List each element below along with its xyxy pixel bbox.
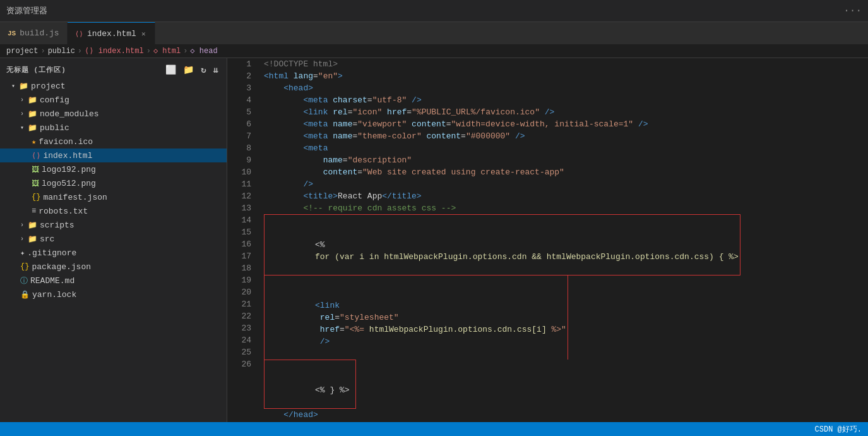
tree-label: index.html	[43, 151, 92, 160]
tree-item-scripts[interactable]: › 📁 scripts	[0, 218, 227, 232]
tree-item-logo192[interactable]: 🖼 logo192.png	[0, 162, 227, 176]
tree-item-public[interactable]: ▾ 📁 public	[0, 121, 227, 135]
code-line: <body>	[264, 421, 868, 422]
tree-item-gitignore[interactable]: ✦ .gitignore	[0, 246, 227, 260]
code-line: <head>	[264, 82, 868, 94]
title-bar-text: 资源管理器	[6, 5, 47, 16]
code-line-error-15: <link rel="stylesheet" href="<%= htmlWeb…	[264, 276, 868, 360]
tree-label: manifest.json	[43, 193, 107, 202]
tree-item-logo512[interactable]: 🖼 logo512.png	[0, 176, 227, 190]
new-file-icon[interactable]: ⬜	[164, 63, 178, 76]
folder-icon: 📁	[28, 221, 37, 230]
folder-icon: 📁	[28, 123, 37, 133]
tree-item-node-modules[interactable]: › 📁 node_modules	[0, 107, 227, 121]
txt-icon: ≡	[32, 207, 36, 215]
sidebar-header-icons: ⬜ 📁 ↻ ⇊	[164, 63, 220, 76]
breadcrumb-html: ◇ html	[153, 46, 181, 56]
code-line: name="description"	[264, 154, 868, 166]
html-file-icon: ⟨⟩	[32, 151, 40, 160]
star-icon: ★	[32, 137, 36, 147]
line-numbers: 12345 678910 1112131415 1617181920 21222…	[227, 58, 259, 422]
arrow-right-icon: ›	[20, 97, 24, 104]
arrow-right-icon: ›	[20, 111, 24, 118]
code-content: <!DOCTYPE html> <html lang="en" > <head>…	[259, 58, 868, 422]
code-line: <meta charset="utf-8" />	[264, 94, 868, 106]
tree-label: public	[40, 123, 69, 133]
arrow-down-icon: ▾	[11, 82, 15, 90]
tree-label: src	[40, 234, 54, 244]
code-line: />	[264, 178, 868, 190]
tree-item-favicon[interactable]: ★ favicon.ico	[0, 135, 227, 148]
title-bar-menu[interactable]: ···	[843, 5, 862, 16]
breadcrumb-public: public	[48, 47, 75, 56]
breadcrumb-index-html: ⟨⟩ index.html	[85, 46, 144, 56]
tree-label: project	[31, 82, 66, 91]
git-icon: ✦	[20, 248, 25, 258]
md-icon: ⓘ	[20, 276, 28, 286]
folder-icon: 📁	[28, 95, 37, 105]
folder-icon: 📁	[28, 109, 37, 119]
editor[interactable]: 12345 678910 1112131415 1617181920 21222…	[227, 58, 868, 422]
code-line: content="Web site created using create-r…	[264, 166, 868, 178]
arrow-right-icon: ›	[20, 222, 24, 229]
refresh-icon[interactable]: ↻	[199, 63, 208, 76]
code-line: <!DOCTYPE html>	[264, 58, 868, 70]
tree-label: logo512.png	[42, 179, 96, 188]
tree-label: favicon.ico	[39, 137, 93, 147]
arrow-down-icon: ▾	[20, 124, 24, 131]
lock-icon: 🔒	[20, 290, 30, 300]
html-icon: ⟨⟩	[75, 30, 83, 38]
status-bar: CSDN @好巧.	[0, 422, 868, 436]
main-area: 无标题 (工作区) ⬜ 📁 ↻ ⇊ ▾ 📁 project › 📁 config…	[0, 58, 868, 422]
code-line: <link rel="icon" href="%PUBLIC_URL%/favi…	[264, 106, 868, 118]
tree-label: robots.txt	[39, 207, 88, 216]
tab-close-button[interactable]: ✕	[140, 29, 147, 39]
tree-label: .gitignore	[27, 248, 76, 258]
tree-label: package.json	[32, 262, 91, 272]
tab-label-build-js: build.js	[20, 28, 59, 38]
tree-item-config[interactable]: › 📁 config	[0, 93, 227, 107]
tree-item-manifest[interactable]: {} manifest.json	[0, 190, 227, 204]
breadcrumb: project › public › ⟨⟩ index.html › ◇ htm…	[0, 44, 868, 58]
png-icon: 🖼	[32, 179, 39, 188]
tree-label: yarn.lock	[32, 290, 76, 300]
json-icon: {}	[32, 193, 40, 202]
folder-icon: 📁	[19, 82, 28, 91]
png-icon: 🖼	[32, 165, 39, 174]
tree-item-package-json[interactable]: {} package.json	[0, 260, 227, 274]
tab-build-js[interactable]: JS build.js	[0, 22, 68, 44]
tree-item-project[interactable]: ▾ 📁 project	[0, 79, 227, 93]
collapse-icon[interactable]: ⇊	[212, 63, 220, 76]
new-folder-icon[interactable]: 📁	[182, 63, 196, 76]
folder-icon: 📁	[28, 234, 37, 244]
breadcrumb-project: project	[6, 47, 38, 56]
code-line-error-14: <% for (var i in htmlWebpackPlugin.optio…	[264, 214, 868, 276]
tree-item-yarn-lock[interactable]: 🔒 yarn.lock	[0, 288, 227, 301]
code-line: <meta	[264, 142, 868, 154]
tab-index-html[interactable]: ⟨⟩ index.html ✕	[68, 22, 155, 44]
code-line: <!-- require cdn assets css -->	[264, 202, 868, 214]
code-line: </head>	[264, 409, 868, 421]
status-text: CSDN @好巧.	[815, 424, 862, 435]
tree-item-index-html[interactable]: ⟨⟩ index.html	[0, 148, 227, 162]
tree-label: logo192.png	[42, 165, 96, 174]
code-line: <meta name="theme-color" content="#00000…	[264, 130, 868, 142]
arrow-right-icon: ›	[20, 236, 24, 243]
tree-label: README.md	[30, 276, 74, 286]
sidebar-title: 无标题 (工作区)	[6, 65, 66, 75]
sidebar-header: 无标题 (工作区) ⬜ 📁 ↻ ⇊	[0, 58, 227, 79]
code-line-error-16: <% } %>	[264, 360, 868, 409]
tree-item-src[interactable]: › 📁 src	[0, 232, 227, 246]
json-icon: {}	[20, 262, 29, 271]
tabs-bar: JS build.js ⟨⟩ index.html ✕	[0, 22, 868, 44]
tree-label: node_modules	[40, 109, 99, 119]
breadcrumb-head: ◇ head	[190, 46, 217, 56]
tab-label-index-html: index.html	[87, 29, 136, 39]
code-line: <html lang="en" >	[264, 70, 868, 82]
tree-item-robots[interactable]: ≡ robots.txt	[0, 204, 227, 218]
code-line: <title>React App</title>	[264, 190, 868, 202]
sidebar: 无标题 (工作区) ⬜ 📁 ↻ ⇊ ▾ 📁 project › 📁 config…	[0, 58, 227, 422]
tree-item-readme[interactable]: ⓘ README.md	[0, 274, 227, 288]
js-icon: JS	[8, 30, 16, 37]
tree-label: config	[40, 95, 69, 105]
